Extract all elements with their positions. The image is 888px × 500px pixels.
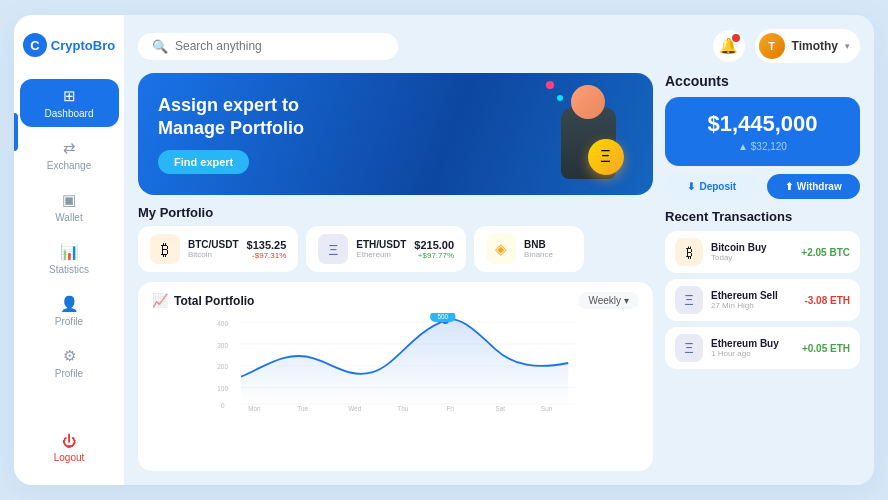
transaction-item-2: Ξ Ethereum Buy 1 Hour ago +0.05 ETH — [665, 327, 860, 369]
svg-text:Sun: Sun — [541, 405, 553, 412]
search-bar[interactable]: 🔍 — [138, 33, 398, 60]
search-input[interactable] — [175, 39, 384, 53]
bnb-icon: ◈ — [486, 234, 516, 264]
chart-card: 📈 Total Portfolio Weekly ▾ 400 300 2 — [138, 282, 653, 471]
hero-banner: Assign expert to Manage Portfolio Find e… — [138, 73, 653, 195]
svg-text:300: 300 — [217, 342, 228, 349]
transactions-list: ₿ Bitcoin Buy Today +2.05 BTC Ξ Ethereum… — [665, 231, 860, 369]
transactions-title: Recent Transactions — [665, 209, 860, 224]
logo: C CryptoBro — [23, 33, 115, 57]
balance-card: $1,445,000 ▲ $32,120 — [665, 97, 860, 166]
btc-icon: ₿ — [150, 234, 180, 264]
topbar: 🔍 🔔 T Timothy ▾ — [138, 29, 860, 63]
logout-label: Logout — [54, 452, 85, 463]
svg-text:500: 500 — [437, 313, 448, 320]
logo-icon: C — [23, 33, 47, 57]
statistics-icon: 📊 — [60, 243, 79, 261]
tx-eth-icon-2: Ξ — [675, 334, 703, 362]
svg-text:400: 400 — [217, 320, 228, 327]
chart-title: Total Portfolio — [174, 294, 254, 308]
bnb-sub: Binance — [524, 250, 572, 259]
hero-text: Assign expert to Manage Portfolio Find e… — [158, 94, 304, 175]
deposit-button[interactable]: ⬇ Deposit — [665, 174, 759, 199]
eth-info: ETH/USDT Ethereum — [356, 239, 406, 259]
main-content: 🔍 🔔 T Timothy ▾ — [124, 15, 874, 485]
sidebar-item-settings[interactable]: ⚙ Profile — [20, 339, 119, 387]
eth-price: $215.00 — [414, 239, 454, 251]
chevron-down-icon: ▾ — [624, 295, 629, 306]
svg-text:Tue: Tue — [297, 405, 308, 412]
portfolio-section: My Portfolio ₿ BTC/USDT Bitcoin $135.25 … — [138, 205, 653, 272]
transaction-item-1: Ξ Ethereum Sell 27 Min High -3.08 ETH — [665, 279, 860, 321]
crypto-card-bnb: ◈ BNB Binance — [474, 226, 584, 272]
tx-time-1: 27 Min High — [711, 301, 796, 310]
app-container: C CryptoBro ⊞ Dashboard ⇄ Exchange ▣ Wal… — [14, 15, 874, 485]
sidebar-item-dashboard[interactable]: ⊞ Dashboard — [20, 79, 119, 127]
tx-info-1: Ethereum Sell 27 Min High — [711, 290, 796, 310]
chart-header: 📈 Total Portfolio Weekly ▾ — [152, 292, 639, 309]
tx-eth-icon-1: Ξ — [675, 286, 703, 314]
svg-text:Sat: Sat — [496, 405, 506, 412]
svg-text:0: 0 — [221, 402, 225, 409]
bnb-pair: BNB — [524, 239, 572, 250]
withdraw-icon: ⬆ — [785, 181, 793, 192]
eth-sub: Ethereum — [356, 250, 406, 259]
sidebar-item-exchange[interactable]: ⇄ Exchange — [20, 131, 119, 179]
btc-price: $135.25 — [247, 239, 287, 251]
logo-text: CryptoBro — [51, 38, 115, 53]
tx-btc-icon: ₿ — [675, 238, 703, 266]
tx-info-2: Ethereum Buy 1 Hour ago — [711, 338, 794, 358]
settings-icon: ⚙ — [63, 347, 76, 365]
sidebar-item-statistics[interactable]: 📊 Statistics — [20, 235, 119, 283]
weekly-label: Weekly — [588, 295, 621, 306]
tx-amount-2: +0.05 ETH — [802, 343, 850, 354]
eth-coin: Ξ — [588, 139, 624, 175]
chart-title-row: 📈 Total Portfolio — [152, 293, 254, 308]
tx-info-0: Bitcoin Buy Today — [711, 242, 793, 262]
tx-time-2: 1 Hour ago — [711, 349, 794, 358]
crypto-card-eth: Ξ ETH/USDT Ethereum $215.00 +$97.77% — [306, 226, 466, 272]
hero-heading: Assign expert to Manage Portfolio — [158, 94, 304, 141]
user-name: Timothy — [792, 39, 838, 53]
withdraw-button[interactable]: ⬆ Withdraw — [767, 174, 861, 199]
right-panel: Accounts $1,445,000 ▲ $32,120 ⬇ Deposit … — [665, 73, 860, 471]
tx-name-1: Ethereum Sell — [711, 290, 796, 301]
svg-text:100: 100 — [217, 385, 228, 392]
notification-dot — [732, 34, 740, 42]
exchange-icon: ⇄ — [63, 139, 76, 157]
eth-icon: Ξ — [318, 234, 348, 264]
sidebar-label-wallet: Wallet — [55, 212, 82, 223]
btc-change: -$97.31% — [247, 251, 287, 260]
topbar-right: 🔔 T Timothy ▾ — [713, 29, 860, 63]
sidebar-item-profile[interactable]: 👤 Profile — [20, 287, 119, 335]
pink-dot — [546, 81, 554, 89]
transactions-section: Recent Transactions ₿ Bitcoin Buy Today … — [665, 209, 860, 369]
find-expert-button[interactable]: Find expert — [158, 150, 249, 174]
tx-name-0: Bitcoin Buy — [711, 242, 793, 253]
left-panel: Assign expert to Manage Portfolio Find e… — [138, 73, 653, 471]
sidebar-label-statistics: Statistics — [49, 264, 89, 275]
logout-button[interactable]: ⏻ Logout — [46, 425, 93, 471]
portfolio-chart: 400 300 200 100 0 Mon Tue — [152, 313, 639, 413]
avatar: T — [759, 33, 785, 59]
profile-icon: 👤 — [60, 295, 79, 313]
accounts-section: Accounts $1,445,000 ▲ $32,120 ⬇ Deposit … — [665, 73, 860, 199]
balance-change: ▲ $32,120 — [738, 141, 787, 152]
logo-crypto: Crypto — [51, 38, 93, 53]
user-menu[interactable]: T Timothy ▾ — [755, 29, 860, 63]
active-bar — [14, 113, 18, 151]
svg-text:Thu: Thu — [397, 405, 408, 412]
notifications-button[interactable]: 🔔 — [713, 30, 745, 62]
sidebar: C CryptoBro ⊞ Dashboard ⇄ Exchange ▣ Wal… — [14, 15, 124, 485]
character-body: Ξ — [561, 107, 616, 179]
bnb-info: BNB Binance — [524, 239, 572, 259]
nav: ⊞ Dashboard ⇄ Exchange ▣ Wallet 📊 Statis… — [14, 79, 124, 425]
dashboard-icon: ⊞ — [63, 87, 76, 105]
eth-change: +$97.77% — [414, 251, 454, 260]
tx-amount-1: -3.08 ETH — [804, 295, 850, 306]
crypto-card-btc: ₿ BTC/USDT Bitcoin $135.25 -$97.31% — [138, 226, 298, 272]
chart-trend-icon: 📈 — [152, 293, 168, 308]
svg-text:Wed: Wed — [348, 405, 361, 412]
weekly-filter-button[interactable]: Weekly ▾ — [578, 292, 639, 309]
sidebar-item-wallet[interactable]: ▣ Wallet — [20, 183, 119, 231]
